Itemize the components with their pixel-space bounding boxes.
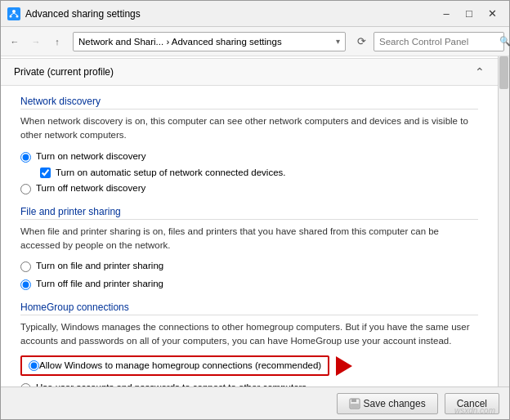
main-content: Private (current profile) ⌃ Network disc… (1, 56, 498, 386)
file-printer-desc: When file and printer sharing is on, fil… (20, 225, 478, 253)
checkbox-auto-setup-input[interactable] (40, 168, 51, 178)
bottom-bar: Save changes Cancel (1, 386, 509, 419)
svg-line-3 (11, 13, 14, 16)
search-box: 🔍 (374, 32, 504, 51)
radio-fps-on[interactable]: Turn on file and printer sharing (20, 259, 478, 274)
private-chevron-icon: ⌃ (472, 64, 488, 80)
minimize-button[interactable]: – (436, 6, 457, 22)
radio-fps-off[interactable]: Turn off file and printer sharing (20, 277, 478, 292)
svg-line-4 (14, 13, 17, 16)
back-button[interactable]: ← (6, 33, 24, 51)
svg-point-1 (10, 15, 12, 17)
breadcrumb-dropdown-icon[interactable]: ▾ (336, 37, 340, 46)
up-button[interactable]: ↑ (48, 33, 66, 51)
title-bar: Advanced sharing settings – □ ✕ (1, 1, 509, 27)
forward-button[interactable]: → (27, 33, 45, 51)
refresh-button[interactable]: ⟳ (352, 33, 370, 51)
checkbox-auto-setup[interactable]: Turn on automatic setup of network conne… (40, 168, 478, 178)
scrollbar-track[interactable] (498, 56, 509, 386)
radio-nd-off[interactable]: Turn off network discovery (20, 181, 478, 196)
nav-bar: ← → ↑ Network and Shari... › Advanced sh… (1, 27, 509, 56)
svg-rect-7 (351, 404, 359, 408)
search-input[interactable] (379, 37, 499, 47)
scrollbar-thumb[interactable] (499, 56, 508, 89)
file-printer-title: File and printer sharing (20, 206, 478, 220)
save-label: Save changes (364, 398, 426, 409)
maximize-button[interactable]: □ (459, 6, 480, 22)
radio-fps-on-input[interactable] (20, 261, 31, 272)
watermark: wsxdn.com (454, 406, 495, 415)
title-bar-left: Advanced sharing settings (7, 7, 141, 20)
breadcrumb-text: Network and Shari... › Advanced sharing … (78, 37, 282, 47)
svg-point-0 (12, 10, 16, 13)
radio-fps-off-input[interactable] (20, 279, 31, 290)
breadcrumb: Network and Shari... › Advanced sharing … (73, 32, 346, 51)
content-area: Private (current profile) ⌃ Network disc… (1, 56, 509, 386)
homegroup-desc: Typically, Windows manages the connectio… (20, 320, 478, 349)
radio-hg-user[interactable]: Use user accounts and passwords to conne… (20, 381, 478, 387)
private-section-content: Network discovery When network discovery… (1, 86, 498, 386)
window-title: Advanced sharing settings (25, 8, 141, 20)
network-discovery-desc: When network discovery is on, this compu… (20, 114, 478, 143)
radio-hg-windows-input[interactable] (29, 360, 39, 371)
close-button[interactable]: ✕ (481, 6, 503, 22)
private-section-label: Private (current profile) (14, 66, 472, 78)
radio-nd-on[interactable]: Turn on network discovery (20, 150, 478, 164)
save-icon (349, 398, 360, 409)
radio-nd-on-label: Turn on network discovery (36, 151, 145, 161)
radio-nd-off-label: Turn off network discovery (36, 183, 145, 193)
network-icon (7, 7, 20, 20)
radio-fps-on-label: Turn on file and printer sharing (36, 261, 163, 270)
homegroup-box: Allow Windows to manage homegroup connec… (20, 355, 329, 376)
save-changes-button[interactable]: Save changes (337, 393, 438, 414)
search-icon: 🔍 (499, 36, 510, 47)
checkbox-auto-setup-label: Turn on automatic setup of network conne… (56, 168, 285, 177)
title-controls: – □ ✕ (436, 6, 503, 22)
homegroup-title: HomeGroup connections (20, 302, 478, 315)
arrow-indicator-icon (336, 356, 352, 376)
private-section-header[interactable]: Private (current profile) ⌃ (1, 58, 498, 86)
homegroup-recommended-row: Allow Windows to manage homegroup connec… (20, 355, 478, 378)
radio-hg-windows-label: Allow Windows to manage homegroup connec… (39, 360, 321, 370)
svg-rect-6 (351, 399, 356, 402)
window: Advanced sharing settings – □ ✕ ← → ↑ Ne… (0, 0, 510, 420)
radio-fps-off-label: Turn off file and printer sharing (36, 279, 163, 288)
radio-nd-off-input[interactable] (20, 184, 31, 194)
radio-nd-on-input[interactable] (20, 152, 31, 163)
svg-point-2 (16, 15, 19, 17)
network-discovery-title: Network discovery (20, 96, 478, 109)
